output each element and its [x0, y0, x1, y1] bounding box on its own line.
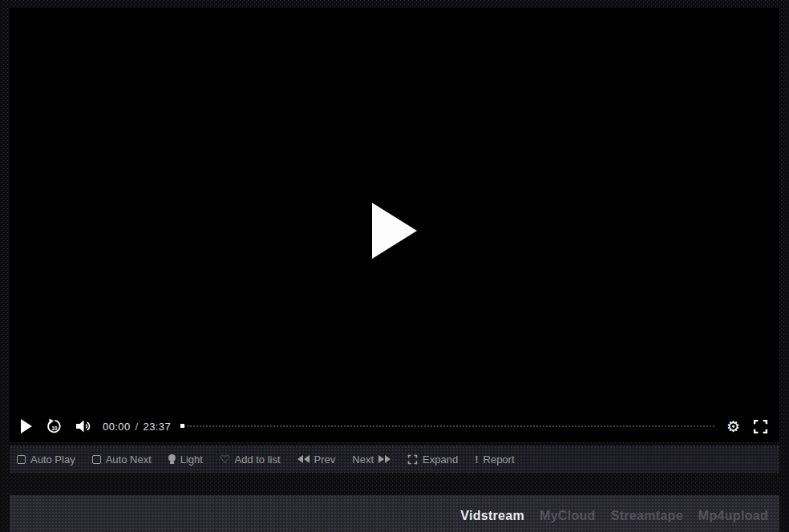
heart-icon: ♡	[220, 453, 230, 465]
progress-bar[interactable]	[180, 425, 715, 427]
add-to-list-button[interactable]: ♡ Add to list	[220, 453, 281, 466]
report-button[interactable]: ! Report	[475, 453, 514, 466]
settings-button[interactable]: ⚙	[726, 419, 740, 434]
current-time: 00:00	[103, 421, 131, 433]
checkbox-icon	[92, 455, 101, 464]
prev-label: Prev	[314, 453, 336, 466]
expand-icon	[407, 454, 418, 465]
page: 10 00:00 / 23:37	[0, 0, 789, 532]
add-to-list-label: Add to list	[235, 453, 281, 466]
rewind-10-button[interactable]: 10	[46, 418, 63, 435]
prev-icon	[297, 455, 310, 463]
volume-button[interactable]	[75, 420, 91, 433]
auto-play-label: Auto Play	[30, 453, 75, 466]
report-label: Report	[484, 453, 515, 466]
light-toggle[interactable]: Light	[168, 453, 203, 466]
next-icon	[378, 455, 390, 463]
fullscreen-icon	[753, 419, 768, 434]
time-separator: /	[136, 421, 139, 433]
video-player[interactable]: 10 00:00 / 23:37	[10, 8, 779, 442]
play-icon	[372, 203, 417, 259]
auto-next-toggle[interactable]: Auto Next	[92, 453, 152, 466]
time-display: 00:00 / 23:37	[103, 421, 171, 433]
light-label: Light	[180, 453, 203, 466]
server-tab-mp4upload[interactable]: Mp4upload	[698, 509, 768, 523]
report-icon: !	[475, 453, 478, 466]
gear-icon: ⚙	[726, 419, 740, 434]
svg-text:10: 10	[51, 425, 58, 430]
play-icon	[21, 419, 33, 433]
fullscreen-button[interactable]	[753, 419, 768, 434]
auto-play-toggle[interactable]: Auto Play	[17, 453, 75, 466]
play-button[interactable]	[21, 419, 33, 433]
server-tab-streamtape[interactable]: Streamtape	[611, 509, 683, 523]
playhead[interactable]	[180, 424, 184, 428]
player-toolbar: Auto Play Auto Next Light ♡ Add to list …	[10, 445, 779, 473]
rewind-10-icon: 10	[46, 418, 63, 435]
duration: 23:37	[144, 421, 172, 433]
server-bar: Vidstream MyCloud Streamtape Mp4upload	[10, 495, 779, 532]
lightbulb-icon	[168, 454, 176, 461]
server-tab-vidstream[interactable]: Vidstream	[460, 509, 524, 523]
checkbox-icon	[17, 455, 26, 464]
player-controls: 10 00:00 / 23:37	[10, 410, 779, 442]
auto-next-label: Auto Next	[106, 453, 152, 466]
expand-label: Expand	[423, 453, 458, 466]
big-play-button[interactable]	[372, 203, 417, 259]
server-tab-mycloud[interactable]: MyCloud	[540, 509, 596, 523]
volume-icon	[75, 420, 91, 433]
expand-button[interactable]: Expand	[407, 453, 458, 466]
prev-episode-button[interactable]: Prev	[297, 453, 336, 466]
next-episode-button[interactable]: Next	[352, 453, 390, 466]
next-label: Next	[352, 453, 374, 466]
